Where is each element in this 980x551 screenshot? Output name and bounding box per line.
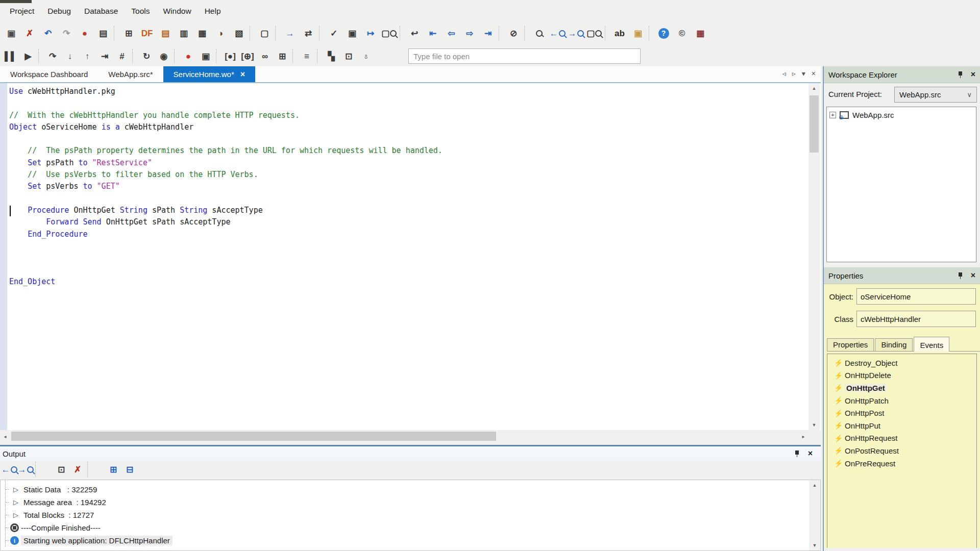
tab-binding[interactable]: Binding [875, 338, 913, 351]
tab-servicehome-wo[interactable]: ServiceHome.wo* × [163, 66, 256, 82]
scroll-down-icon[interactable]: ▼ [808, 420, 820, 430]
nav-first-icon[interactable]: ⇤ [424, 24, 442, 42]
call-stack-icon[interactable]: ≡ [298, 47, 315, 65]
project-tree[interactable]: + WebApp.src [826, 107, 976, 262]
watch-window-icon[interactable]: [●] [222, 47, 239, 65]
event-item[interactable]: ⚡ Destroy_Object [827, 357, 976, 369]
event-item[interactable]: ⚡ OnHttpPatch [827, 394, 976, 407]
pause-icon[interactable]: ▌▌ [2, 47, 19, 65]
tree-expander-icon[interactable]: + [829, 112, 836, 118]
close-panel-icon[interactable]: × [971, 70, 975, 79]
output-row[interactable]: Total Blocks : 12727 [6, 509, 820, 521]
paste-icon[interactable]: ▣ [2, 24, 20, 42]
close-document-icon[interactable]: × [812, 69, 816, 78]
order-entry-icon[interactable]: ⊞ [119, 24, 138, 42]
menu-help[interactable]: Help [198, 7, 228, 16]
scrollbar-thumb[interactable] [810, 95, 819, 153]
menu-project[interactable]: Project [3, 7, 41, 16]
output-vertical-scrollbar[interactable]: ▲ ▼ [809, 480, 820, 550]
output-window-icon[interactable]: ▚ [323, 47, 340, 65]
output-row[interactable]: Message area : 194292 [6, 496, 820, 509]
toggle-breakpoint-icon[interactable]: ● [180, 47, 197, 65]
event-item[interactable]: ⚡ OnHttpPut [827, 419, 976, 432]
clear-output-icon[interactable]: ✗ [69, 462, 86, 477]
tab-webapp-src[interactable]: WebApp.src* × [98, 66, 163, 82]
editor-horizontal-scrollbar[interactable]: ◂ ▸ [0, 430, 808, 442]
output-row[interactable]: Static Data : 322259 [6, 483, 820, 496]
scroll-up-icon[interactable]: ▲ [808, 83, 820, 93]
event-item[interactable]: ⚡ OnHttpPost [827, 407, 976, 419]
tree-item-webapp-src[interactable]: + WebApp.src [829, 111, 973, 119]
close-tab-icon[interactable]: × [240, 70, 245, 79]
breakpoints-window-icon[interactable]: ▣ [197, 47, 214, 65]
database-builder-icon[interactable]: ▥ [175, 24, 193, 42]
menu-window[interactable]: Window [156, 7, 198, 16]
step-into-icon[interactable]: ↓ [61, 47, 79, 65]
scroll-up-icon[interactable]: ▲ [809, 480, 820, 490]
cascade-windows-icon[interactable]: ⊡ [340, 47, 357, 65]
tab-events[interactable]: Events [914, 337, 949, 352]
find-next-icon[interactable]: → [567, 24, 585, 42]
output-row[interactable]: ----Compile Finished---- [6, 521, 820, 534]
close-panel-icon[interactable]: × [971, 271, 975, 280]
restart-icon[interactable]: ↻ [138, 47, 155, 65]
pin-icon[interactable] [794, 450, 800, 458]
dataflex-studio-icon[interactable]: DF [138, 24, 156, 42]
step-over-icon[interactable]: ↷ [44, 47, 61, 65]
scroll-down-icon[interactable]: ▼ [809, 540, 820, 550]
new-file-icon[interactable]: ▢ [255, 24, 274, 42]
replace-icon[interactable]: ab [610, 24, 629, 42]
deploy-icon[interactable]: → [281, 24, 299, 42]
table-viewer-icon[interactable]: ▦ [193, 24, 211, 42]
event-item[interactable]: ⚡ OnHttpRequest [827, 432, 976, 445]
pin-icon[interactable] [958, 272, 963, 280]
step-out-icon[interactable]: ↑ [79, 47, 96, 65]
scrollbar-thumb[interactable] [11, 432, 496, 441]
event-item[interactable]: ⚡ OnPreRequest [827, 457, 976, 470]
print-icon[interactable]: ▤ [94, 24, 112, 42]
event-item[interactable]: ⚡ OnPostRequest [827, 444, 976, 457]
expand-all-icon[interactable]: ⊞ [105, 462, 121, 477]
menu-tools[interactable]: Tools [125, 7, 156, 16]
clear-navigation-icon[interactable]: ⊘ [504, 24, 523, 42]
output-row[interactable]: Starting web application: DFLCHttpHandle… [6, 534, 820, 547]
copy-icon[interactable]: ⊡ [53, 462, 69, 477]
tab-workspace-dashboard[interactable]: Workspace Dashboard × [0, 66, 98, 82]
run-to-cursor-icon[interactable]: ⇥ [96, 47, 113, 65]
menu-debug[interactable]: Debug [41, 7, 78, 16]
replace-in-files-icon[interactable]: ▣ [629, 24, 647, 42]
event-item[interactable]: ⚡ OnHttpDelete [827, 369, 976, 382]
goto-definition-icon[interactable]: ↩ [405, 24, 424, 42]
tab-properties[interactable]: Properties [827, 338, 874, 351]
tabs-scroll-left-icon[interactable]: ◃ [782, 69, 786, 78]
report-wizard-icon[interactable]: ▤ [156, 24, 175, 42]
delete-icon[interactable]: ✗ [20, 24, 39, 42]
find-previous-icon[interactable]: ← [548, 24, 567, 42]
inspector-icon[interactable]: ∞ [256, 47, 274, 65]
tabs-scroll-right-icon[interactable]: ▹ [792, 69, 796, 78]
compile-icon[interactable]: ✓ [325, 24, 343, 42]
event-item[interactable]: ⚡ OnHttpGet [827, 382, 976, 394]
about-icon[interactable]: © [673, 24, 691, 42]
find-next-icon[interactable]: → [17, 462, 34, 477]
step-count-icon[interactable]: # [113, 47, 131, 65]
find-icon[interactable] [530, 24, 548, 42]
code-editor[interactable]: Use cWebHttpHandler.pkg // With the cWeb… [0, 83, 821, 430]
find-in-files-icon[interactable]: ▢ [585, 24, 603, 42]
current-project-dropdown[interactable]: WebApp.src ∨ [894, 87, 977, 103]
record-macro-icon[interactable]: ● [76, 24, 94, 42]
webapp-user-icon[interactable]: ♁ [357, 47, 375, 65]
scroll-right-icon[interactable]: ▸ [798, 430, 808, 442]
collapse-all-icon[interactable]: ⊟ [121, 462, 138, 477]
nav-prev-icon[interactable]: ⇦ [442, 24, 460, 42]
dashboard-icon[interactable]: ▧ [230, 24, 248, 42]
nav-last-icon[interactable]: ⇥ [479, 24, 497, 42]
find-file-icon[interactable]: ▢ [380, 24, 398, 42]
sync-icon[interactable]: ⇄ [299, 24, 317, 42]
pin-icon[interactable] [958, 71, 963, 79]
close-panel-icon[interactable]: × [808, 449, 813, 458]
locals-window-icon[interactable]: ⊞ [274, 47, 291, 65]
editor-vertical-scrollbar[interactable]: ▲ ▼ [808, 83, 820, 430]
tabs-menu-icon[interactable]: ▾ [802, 69, 805, 78]
find-previous-icon[interactable]: ← [1, 462, 17, 477]
